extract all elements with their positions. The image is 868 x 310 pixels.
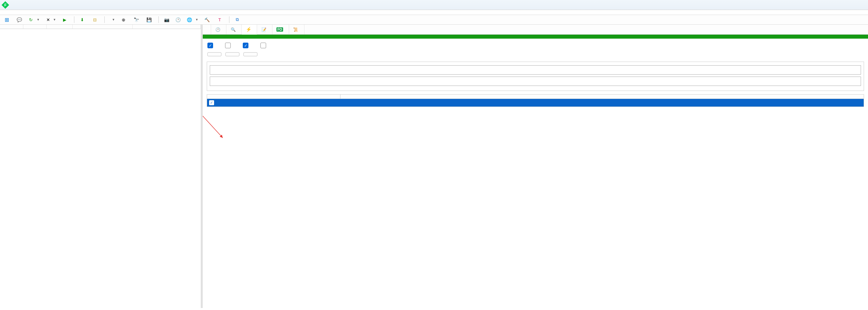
col-url[interactable] [133, 25, 201, 29]
col-result[interactable] [23, 25, 47, 29]
titlebar: F [0, 0, 868, 10]
separator [229, 16, 229, 23]
stream-icon: ⬇ [80, 17, 85, 22]
tab-orchestra[interactable]: FO [273, 25, 289, 34]
separator [158, 16, 159, 23]
stream-button[interactable]: ⬇ [78, 16, 88, 23]
enable-latency-checkbox[interactable] [260, 43, 268, 48]
rules-table: ✓ [207, 94, 864, 107]
lightning-icon: ⚡ [246, 27, 251, 32]
clearcache-button[interactable]: 🔨 [203, 16, 213, 23]
comment-button[interactable]: 💬 [15, 16, 24, 23]
match-input[interactable] [210, 65, 861, 75]
screenshot-button[interactable]: 📷 [162, 16, 172, 23]
clock-icon: 🕐 [176, 17, 181, 22]
chevron-down-icon: ▼ [195, 18, 198, 21]
rule-editor-group [207, 62, 864, 91]
options-row: ✓ ✓ [203, 39, 868, 52]
keep-dropdown[interactable]: ▼ [108, 17, 117, 22]
tearoff-button[interactable]: ⧉ [233, 16, 243, 23]
timer-button[interactable]: 🕐 [174, 16, 183, 23]
checkbox-checked-icon: ✓ [243, 43, 248, 48]
chevron-down-icon: ▼ [112, 18, 115, 21]
clearcache-icon: 🔨 [205, 17, 210, 22]
play-icon: ▶ [62, 17, 67, 22]
main-split: 🕐 🔍 ⚡ 📝 FO 📜 ✓ ✓ [0, 25, 868, 308]
rules-col-match[interactable] [207, 95, 340, 99]
unmatched-passthrough-checkbox[interactable]: ✓ [243, 43, 250, 48]
accept-connects-checkbox[interactable] [225, 43, 233, 48]
sessions-header [0, 25, 201, 29]
right-panel: 🕐 🔍 ⚡ 📝 FO 📜 ✓ ✓ [203, 25, 868, 308]
checkbox-unchecked-icon [260, 43, 266, 48]
chevron-down-icon: ▼ [53, 18, 56, 21]
menubar [0, 10, 868, 15]
replay-icon: ↻ [28, 17, 33, 22]
respond-input[interactable] [210, 77, 861, 86]
enable-rules-checkbox[interactable]: ✓ [208, 43, 215, 48]
tab-autoresponder[interactable]: ⚡ [242, 25, 257, 35]
checkbox-checked-icon: ✓ [208, 43, 213, 48]
script-icon: 📜 [293, 27, 299, 32]
binoculars-icon: 🔭 [134, 17, 139, 22]
save-button[interactable]: 💾 [145, 16, 155, 23]
tab-statistics[interactable]: 🕐 [211, 25, 226, 34]
app-icon: F [2, 1, 9, 9]
import-button[interactable] [225, 52, 240, 56]
camera-icon: 📷 [164, 17, 169, 22]
browse-button[interactable]: 🌐▼ [185, 16, 200, 23]
find-button[interactable]: 🔭 [132, 16, 143, 23]
separator [104, 16, 105, 23]
chevron-down-icon: ▼ [37, 18, 40, 21]
fo-badge-icon: FO [276, 27, 283, 32]
col-protocol[interactable] [47, 25, 73, 29]
decode-button[interactable]: ⊟ [90, 16, 101, 23]
save-icon: 💾 [146, 17, 152, 22]
decode-icon: ⊟ [92, 17, 98, 22]
tearoff-icon: ⧉ [235, 17, 240, 22]
replay-button[interactable]: ↻▼ [26, 16, 42, 23]
buttons-row [203, 52, 868, 60]
comment-icon: 💬 [17, 17, 22, 22]
rule-checkbox-icon[interactable]: ✓ [209, 100, 214, 105]
col-number[interactable] [0, 25, 23, 29]
rule-row[interactable]: ✓ [207, 99, 864, 107]
go-button[interactable]: ▶ [60, 16, 71, 23]
anyprocess-button[interactable]: ⊕ [119, 16, 130, 23]
rules-col-respond[interactable] [340, 95, 864, 99]
tab-inspectors[interactable]: 🔍 [226, 25, 242, 34]
infobar [203, 35, 868, 39]
separator [74, 16, 74, 23]
rules-header [207, 95, 864, 99]
remove-button[interactable]: ✕▼ [44, 16, 58, 23]
tab-fiddlerscript[interactable]: 📜 [289, 25, 305, 34]
textwizard-button[interactable]: T [215, 16, 226, 23]
edit-icon: 📝 [261, 27, 267, 32]
col-host[interactable] [73, 25, 133, 29]
winconfig-button[interactable]: ⊞ [2, 16, 13, 23]
textwizard-icon: T [217, 17, 222, 22]
target-icon: ⊕ [121, 17, 126, 22]
group-button[interactable] [243, 52, 257, 56]
add-rule-button[interactable] [208, 52, 221, 56]
tabs: 🕐 🔍 ⚡ 📝 FO 📜 [203, 25, 868, 35]
windows-icon: ⊞ [4, 17, 9, 22]
tab-getstarted[interactable] [203, 25, 211, 34]
magnifier-icon: 🔍 [230, 27, 236, 32]
browser-icon: 🌐 [187, 17, 192, 22]
clock-icon: 🕐 [215, 27, 220, 32]
rule-respond-text [340, 102, 864, 104]
toolbar: ⊞ 💬 ↻▼ ✕▼ ▶ ⬇ ⊟ ▼ ⊕ 🔭 💾 📷 🕐 🌐▼ 🔨 T ⧉ [0, 15, 868, 25]
sessions-panel [0, 25, 203, 308]
tab-composer[interactable]: 📝 [257, 25, 273, 34]
x-icon: ✕ [46, 17, 51, 22]
checkbox-unchecked-icon [225, 43, 231, 48]
